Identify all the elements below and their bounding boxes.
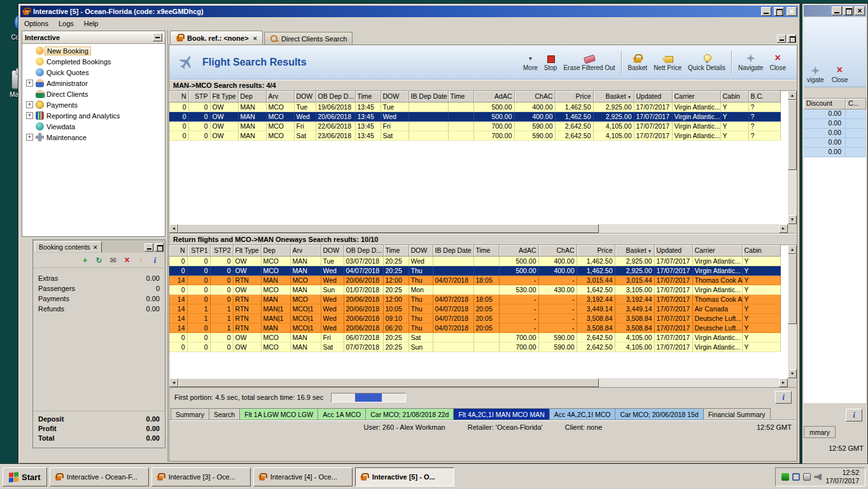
column-header-chac[interactable]: ChAC xyxy=(514,91,555,102)
taskbar-button-3[interactable]: Interactive [4] - Oce... xyxy=(253,467,353,486)
navigate-button[interactable]: vigate xyxy=(804,64,827,85)
column-header-ob-dep-d[interactable]: OB Dep D... xyxy=(316,91,355,102)
tab-flt-1a-lgw-mco-lgw[interactable]: Flt 1A LGW MCO LGW xyxy=(240,408,318,420)
scrollbar-thumb[interactable] xyxy=(178,224,599,233)
navigate-button[interactable]: Navigate xyxy=(735,52,766,73)
taskbar-button-4[interactable]: Interactive [5] - O... xyxy=(355,467,454,486)
basket-button[interactable]: Basket xyxy=(625,52,651,73)
table-row[interactable]: 000OWMCOMANSat07/07/201820:25Sun700.0059… xyxy=(169,342,780,351)
table-row[interactable]: 0.00 xyxy=(804,138,866,148)
table-row[interactable]: 000OWMCOMANTue03/07/201820:25Wed500.0040… xyxy=(169,256,780,266)
maximize-button[interactable] xyxy=(843,6,853,15)
close-button[interactable]: Close xyxy=(766,52,789,73)
expand-icon[interactable]: + xyxy=(26,112,33,119)
table-row[interactable]: 00OWMANMCOFri22/06/201813:45Fri700.00590… xyxy=(169,121,780,131)
column-header-dep[interactable]: Dep xyxy=(238,91,266,102)
export-button[interactable] xyxy=(136,255,146,265)
quick-details-button[interactable]: Quick Details xyxy=(685,52,729,73)
vertical-scrollbar[interactable]: ▲ ▼ xyxy=(788,91,797,224)
table-row[interactable]: 0.00 xyxy=(804,119,866,129)
sidebar-item-new-booking[interactable]: New Booking xyxy=(22,45,165,56)
vertical-scrollbar[interactable]: ▲ ▼ xyxy=(788,245,797,378)
sidebar-item-direct-clients[interactable]: Direct Clients xyxy=(22,89,165,99)
booking-contents-row[interactable]: Extras0.00 xyxy=(38,273,160,283)
close-button[interactable] xyxy=(787,7,797,16)
tab-acc-1a-mco[interactable]: Acc 1A MCO xyxy=(318,408,366,420)
horizontal-scrollbar[interactable]: ◄ ► xyxy=(169,378,788,387)
column-header-dep[interactable]: Dep xyxy=(261,245,290,256)
column-header-arv[interactable]: Arv xyxy=(290,245,321,256)
column-header-flt-type[interactable]: Flt Type xyxy=(233,245,261,256)
booking-contents-row[interactable]: Passengers0 xyxy=(38,283,160,294)
table-row[interactable]: 00OWMANMCOTue19/06/201813:45Tue500.00400… xyxy=(169,102,780,111)
background-window[interactable]: vigate Close Discount C... 0.000.000.000… xyxy=(802,3,868,464)
close-button[interactable] xyxy=(855,6,865,15)
sidebar-item-viewdata[interactable]: Viewdata xyxy=(22,121,165,132)
stop-button[interactable]: Stop xyxy=(541,52,561,73)
column-header-n[interactable]: N xyxy=(169,91,188,102)
menu-logs[interactable]: Logs xyxy=(59,20,74,27)
expand-icon[interactable]: + xyxy=(26,80,33,87)
tab-search[interactable]: Search xyxy=(209,408,240,420)
column-header-ib-dep-date[interactable]: IB Dep Date xyxy=(409,91,448,102)
column-header-ob-dep-d[interactable]: OB Dep D... xyxy=(344,245,383,256)
filter-icon[interactable]: ▼ xyxy=(648,249,652,253)
booking-contents-row[interactable]: Refunds0.00 xyxy=(38,304,160,314)
tab-flt-4a-2c-1i-man-mco-man[interactable]: Flt 4A,2C,1I MAN MCO MAN xyxy=(454,408,549,420)
tab-car-mco-21-08-2018-22d[interactable]: Car MCO; 21/08/2018 22d xyxy=(366,408,454,420)
expand-icon[interactable]: + xyxy=(26,101,33,108)
table-row[interactable]: 0.00 xyxy=(804,129,866,138)
table-row[interactable]: 0.00 xyxy=(804,110,866,119)
menu-help[interactable]: Help xyxy=(84,20,99,27)
scroll-left-button[interactable]: ◄ xyxy=(169,378,178,387)
start-button[interactable]: Start xyxy=(3,467,47,486)
restore-panel-button[interactable] xyxy=(155,243,164,252)
column-header-dow[interactable]: DOW xyxy=(381,91,409,102)
column-header-dow[interactable]: DOW xyxy=(409,245,433,256)
sidebar-item-completed-bookings[interactable]: Completed Bookings xyxy=(22,56,165,67)
scroll-right-button[interactable]: ► xyxy=(779,224,788,233)
scroll-up-button[interactable]: ▲ xyxy=(788,245,797,254)
column-header-flt-type[interactable]: Flt Type xyxy=(210,91,238,102)
mail-button[interactable] xyxy=(108,255,118,265)
titlebar[interactable]: Interactive [5] - Ocean-Florida (code: x… xyxy=(20,6,798,17)
sidebar-item-payments[interactable]: +Payments xyxy=(22,99,165,110)
column-header-basket[interactable]: Basket▼ xyxy=(593,91,634,102)
tab-book-ref-none[interactable]: Book. ref.: <none>× xyxy=(170,31,263,45)
column-header-dow[interactable]: DOW xyxy=(294,91,316,102)
scrollbar-thumb[interactable] xyxy=(788,100,797,170)
collapse-panel-button[interactable] xyxy=(153,33,162,41)
tab-acc-4a-2c-1i-mco[interactable]: Acc 4A,2C,1I MCO xyxy=(550,408,616,420)
info-button[interactable] xyxy=(846,409,862,422)
table-row[interactable]: 1411RTNMAN|1MCO|1Wed20/06/201810:05Thu04… xyxy=(169,304,780,313)
expand-icon[interactable]: + xyxy=(26,134,33,141)
close-button[interactable]: Close xyxy=(829,64,851,85)
table-row[interactable]: 1400RTNMANMCOWed20/06/201812:00Thu04/07/… xyxy=(169,275,780,285)
table-row[interactable]: 1411RTNMAN|1MCO|1Wed20/06/201809:10Thu04… xyxy=(169,313,780,323)
table-row[interactable]: 0.00 xyxy=(804,148,866,157)
add-button[interactable] xyxy=(80,255,90,265)
column-header-time[interactable]: Time xyxy=(355,91,381,102)
sidebar-item-administrator[interactable]: +Administrator xyxy=(22,78,165,89)
column-header-stp1[interactable]: STP1 xyxy=(187,245,210,256)
column-header-partial[interactable]: C... xyxy=(846,99,866,110)
column-header-n[interactable]: N xyxy=(169,245,187,256)
column-header-carrier[interactable]: Carrier xyxy=(672,91,720,102)
column-header-dow[interactable]: DOW xyxy=(321,245,344,256)
info-button[interactable] xyxy=(150,255,160,265)
column-header-price[interactable]: Price xyxy=(555,91,593,102)
column-header-chac[interactable]: ChAC xyxy=(538,245,577,256)
close-tab-icon[interactable]: × xyxy=(94,243,97,251)
tray-printer-icon[interactable] xyxy=(803,473,811,481)
column-header-arv[interactable]: Arv xyxy=(266,91,294,102)
tab-direct-clients-search[interactable]: Direct Clients Search xyxy=(264,32,353,45)
column-header-updated[interactable]: Updated xyxy=(634,91,672,102)
maximize-button[interactable] xyxy=(774,7,784,16)
tray-volume-icon[interactable] xyxy=(814,473,822,481)
column-header-ib-dep-date[interactable]: IB Dep Date xyxy=(433,245,473,256)
scrollbar-thumb[interactable] xyxy=(178,378,599,387)
info-button[interactable] xyxy=(775,391,792,404)
minimize-panel-button[interactable] xyxy=(777,34,786,43)
minimize-panel-button[interactable] xyxy=(144,243,153,252)
erase-filtered-out-button[interactable]: Erase Filtered Out xyxy=(560,52,618,73)
